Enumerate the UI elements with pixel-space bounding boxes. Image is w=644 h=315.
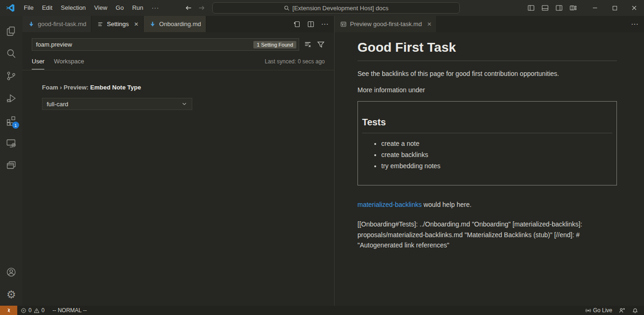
markdown-file-icon [149,21,156,27]
customize-layout-icon[interactable] [569,4,577,12]
list-item: create backlinks [381,151,612,158]
menu-run[interactable]: Run [128,0,147,16]
tab-onboarding[interactable]: Onboarding.md [144,16,206,32]
setting-category: Foam › Preview: [42,84,90,91]
menu-file[interactable]: File [20,0,38,16]
maximize-button[interactable] [605,0,624,16]
settings-found-badge: 1 Setting Found [253,41,296,48]
preview-paragraph: See the backlinks of this page for good … [357,70,630,77]
search-icon [284,5,290,11]
tab-preview-good-first-task[interactable]: Preview good-first-task.md ✕ [335,16,437,32]
embedded-note-heading: Tests [362,117,612,133]
preview-title: Good First Task [357,40,617,61]
menu-view[interactable]: View [90,0,112,16]
setting-embed-note-type: Foam › Preview: Embed Note Type full-car… [42,84,334,110]
markdown-preview-icon [340,21,347,27]
command-center-search[interactable]: [Extension Development Host] docs [212,2,460,14]
markdown-file-icon [28,21,35,27]
extensions-badge: 1 [12,122,19,129]
open-settings-json-icon[interactable] [293,21,301,28]
settings-list-icon [97,21,104,27]
embedded-note-card: Tests create a note create backlinks try… [357,101,617,185]
share-person-icon [619,307,625,314]
accounts-icon[interactable] [0,261,22,283]
warnings-icon [34,308,40,314]
title-bar: File Edit Selection View Go Run ··· [Ext… [0,0,644,16]
tests-list: create a note create backlinks try embed… [362,140,612,170]
materialized-backlinks-link[interactable]: materialized-backlinks [357,201,422,208]
clear-settings-search-icon[interactable] [304,41,312,48]
link-references-text: [[Onboarding#Tests]: ../Onboarding.md "O… [357,219,626,251]
scope-tab-workspace[interactable]: Workspace [54,54,84,69]
editor-group-left: good-first-task.md Settings ✕ Onboarding… [22,16,334,306]
toggle-secondary-sidebar-icon[interactable] [555,4,563,12]
tab-label: Settings [107,21,129,27]
problems-indicator[interactable]: 0 0 [17,306,48,315]
minimize-button[interactable] [585,0,605,16]
errors-icon [21,308,27,314]
menu-selection[interactable]: Selection [56,0,90,16]
settings-scope-tabs: User Workspace Last synced: 0 secs ago [22,53,334,70]
command-center-title: [Extension Development Host] docs [293,5,389,12]
editor-group-right: Preview good-first-task.md ✕ ··· Good Fi… [334,16,644,306]
vim-mode-indicator: -- NORMAL -- [48,306,90,315]
close-window-button[interactable] [624,0,644,16]
bell-icon [632,307,638,314]
remote-indicator[interactable] [0,306,17,315]
filter-settings-icon[interactable] [317,41,325,48]
menu-go[interactable]: Go [112,0,128,16]
scope-tab-user[interactable]: User [32,54,44,69]
tab-label: Preview good-first-task.md [350,21,422,27]
source-control-icon[interactable] [0,65,22,87]
select-value: full-card [47,101,68,108]
explorer-icon[interactable] [0,20,22,42]
toggle-primary-sidebar-icon[interactable] [527,4,535,12]
embed-note-type-select[interactable]: full-card [42,98,192,110]
menu-more[interactable]: ··· [147,0,163,16]
go-live-button[interactable]: Go Live [582,306,616,315]
windows-stack-icon[interactable] [0,154,22,177]
warnings-count: 0 [42,307,45,314]
settings-search-input[interactable] [32,41,253,48]
vscode-logo [6,3,15,13]
tab-settings[interactable]: Settings ✕ [91,16,144,32]
chevron-down-icon [181,101,188,107]
run-debug-icon[interactable] [0,87,22,110]
tab-label: good-first-task.md [38,21,86,27]
more-actions-icon[interactable]: ··· [321,20,329,28]
go-live-label: Go Live [593,307,612,314]
search-view-icon[interactable] [0,42,22,65]
extensions-icon[interactable]: 1 [0,110,22,132]
close-tab-icon[interactable]: ✕ [134,21,139,27]
notifications-button[interactable] [629,306,644,315]
settings-editor: 1 Setting Found User Workspace Last [22,32,334,306]
close-tab-icon[interactable]: ✕ [427,21,432,27]
preview-paragraph: More information under [357,86,630,94]
setting-name: Embed Note Type [90,84,141,91]
remote-explorer-icon[interactable] [0,132,22,154]
sync-status: Last synced: 0 secs ago [265,58,325,65]
errors-count: 0 [28,307,32,314]
tab-label: Onboarding.md [159,21,201,27]
toggle-panel-icon[interactable] [541,4,549,12]
split-editor-icon[interactable] [307,21,315,28]
list-item: create a note [381,140,612,147]
menu-bar: File Edit Selection View Go Run ··· [20,0,163,16]
tab-good-first-task[interactable]: good-first-task.md [22,16,91,32]
activity-bar: 1 ⚙ [0,16,22,306]
settings-gear-icon[interactable]: ⚙ [0,283,22,306]
status-bar: 0 0 -- NORMAL -- Go Live [0,306,644,315]
broadcast-icon [585,308,591,314]
list-item: try embedding notes [381,162,612,170]
go-back-icon[interactable] [185,4,192,12]
more-actions-icon[interactable]: ··· [631,20,638,28]
go-forward-icon[interactable] [198,4,205,12]
right-tab-bar: Preview good-first-task.md ✕ ··· [335,16,644,32]
live-share-button[interactable] [616,306,629,315]
left-tab-bar: good-first-task.md Settings ✕ Onboarding… [22,16,334,32]
settings-search-box[interactable]: 1 Setting Found [32,38,299,51]
markdown-preview-pane: Good First Task See the backlinks of thi… [335,32,644,306]
link-suffix-text: would help here. [422,201,472,208]
menu-edit[interactable]: Edit [38,0,56,16]
